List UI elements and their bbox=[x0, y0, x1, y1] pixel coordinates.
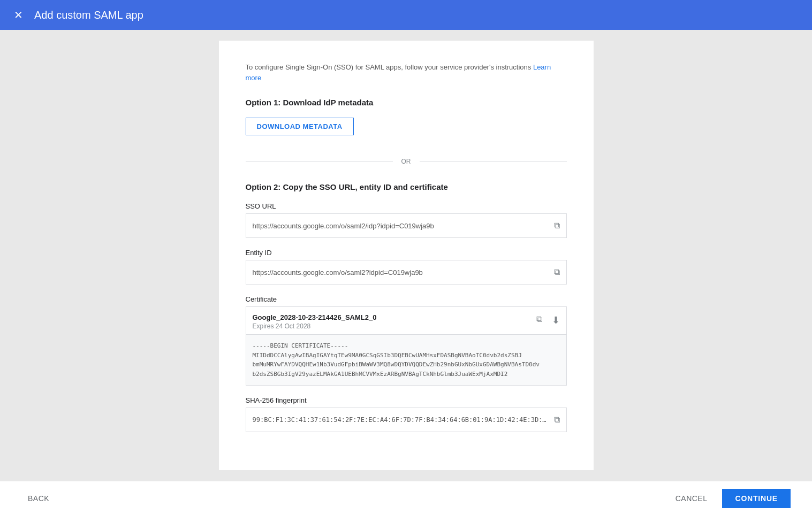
divider-line-right bbox=[420, 162, 567, 162]
sha256-input-wrapper: 99:BC:F1:3C:41:37:61:54:2F:7E:EC:A4:6F:7… bbox=[246, 408, 567, 432]
sha256-label: SHA-256 fingerprint bbox=[246, 396, 567, 404]
option2-title: Option 2: Copy the SSO URL, entity ID an… bbox=[246, 182, 567, 191]
cert-copy-icon[interactable]: ⧉ bbox=[536, 314, 542, 326]
sso-url-input-wrapper: https://accounts.google.com/o/saml2/idp?… bbox=[246, 213, 567, 238]
cert-name: Google_2028-10-23-214426_SAML2_0 bbox=[253, 313, 532, 321]
entity-id-field: Entity ID https://accounts.google.com/o/… bbox=[246, 249, 567, 285]
entity-id-value: https://accounts.google.com/o/saml2?idpi… bbox=[253, 268, 550, 276]
sso-url-copy-icon[interactable]: ⧉ bbox=[554, 221, 560, 230]
certificate-field: Certificate Google_2028-10-23-214426_SAM… bbox=[246, 295, 567, 386]
certificate-box: Google_2028-10-23-214426_SAML2_0 Expires… bbox=[246, 306, 567, 386]
dialog-header: ✕ Add custom SAML app bbox=[0, 0, 812, 30]
cert-download-icon[interactable]: ⬇ bbox=[552, 314, 560, 326]
cert-body: -----BEGIN CERTIFICATE----- MIIDdDCCAlyg… bbox=[246, 335, 566, 385]
download-metadata-button[interactable]: DOWNLOAD METADATA bbox=[246, 118, 354, 135]
sha256-field: SHA-256 fingerprint 99:BC:F1:3C:41:37:61… bbox=[246, 396, 567, 432]
entity-id-input-wrapper: https://accounts.google.com/o/saml2?idpi… bbox=[246, 260, 567, 285]
dialog-footer: BACK CANCEL CONTINUE bbox=[0, 481, 812, 515]
footer-left: BACK bbox=[21, 490, 56, 507]
intro-text: To configure Single Sign-On (SSO) for SA… bbox=[246, 62, 567, 83]
divider-line-left bbox=[246, 162, 393, 162]
certificate-label: Certificate bbox=[246, 295, 567, 303]
or-divider: OR bbox=[246, 158, 567, 165]
footer-right: CANCEL CONTINUE bbox=[669, 489, 791, 508]
sha256-copy-icon[interactable]: ⧉ bbox=[554, 415, 560, 425]
entity-id-label: Entity ID bbox=[246, 249, 567, 257]
close-icon[interactable]: ✕ bbox=[11, 7, 26, 22]
main-content: To configure Single Sign-On (SSO) for SA… bbox=[0, 30, 812, 481]
sso-url-label: SSO URL bbox=[246, 202, 567, 210]
content-card: To configure Single Sign-On (SSO) for SA… bbox=[219, 41, 594, 470]
cert-header-info: Google_2028-10-23-214426_SAML2_0 Expires… bbox=[253, 313, 532, 330]
cert-action-icons: ⧉ ⬇ bbox=[532, 314, 560, 326]
or-label: OR bbox=[393, 158, 420, 165]
sha256-value: 99:BC:F1:3C:41:37:61:54:2F:7E:EC:A4:6F:7… bbox=[253, 416, 550, 424]
sso-url-value: https://accounts.google.com/o/saml2/idp?… bbox=[253, 222, 550, 230]
back-button[interactable]: BACK bbox=[21, 490, 56, 507]
entity-id-copy-icon[interactable]: ⧉ bbox=[554, 267, 560, 277]
cert-expires: Expires 24 Oct 2028 bbox=[253, 322, 532, 330]
option1-title: Option 1: Download IdP metadata bbox=[246, 98, 567, 107]
dialog-title: Add custom SAML app bbox=[34, 9, 143, 21]
continue-button[interactable]: CONTINUE bbox=[722, 489, 791, 508]
sso-url-field: SSO URL https://accounts.google.com/o/sa… bbox=[246, 202, 567, 238]
cancel-button[interactable]: CANCEL bbox=[669, 490, 714, 507]
certificate-header: Google_2028-10-23-214426_SAML2_0 Expires… bbox=[246, 307, 566, 335]
